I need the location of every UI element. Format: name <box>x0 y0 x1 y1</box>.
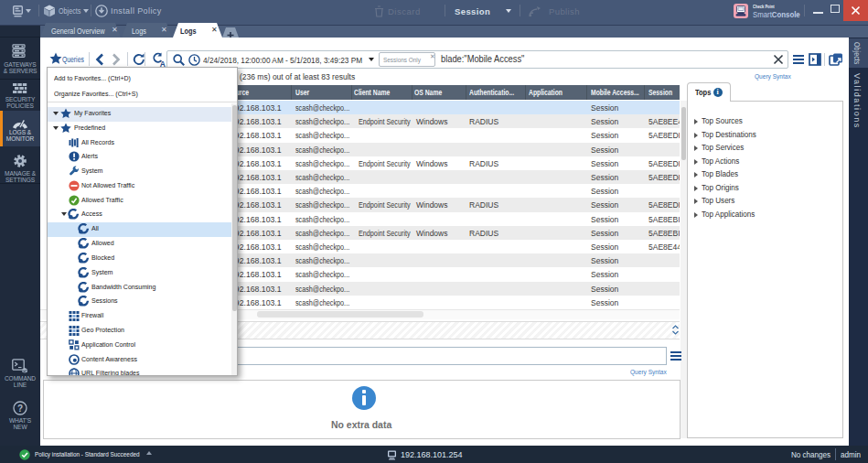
svg-text:?: ? <box>17 404 23 414</box>
